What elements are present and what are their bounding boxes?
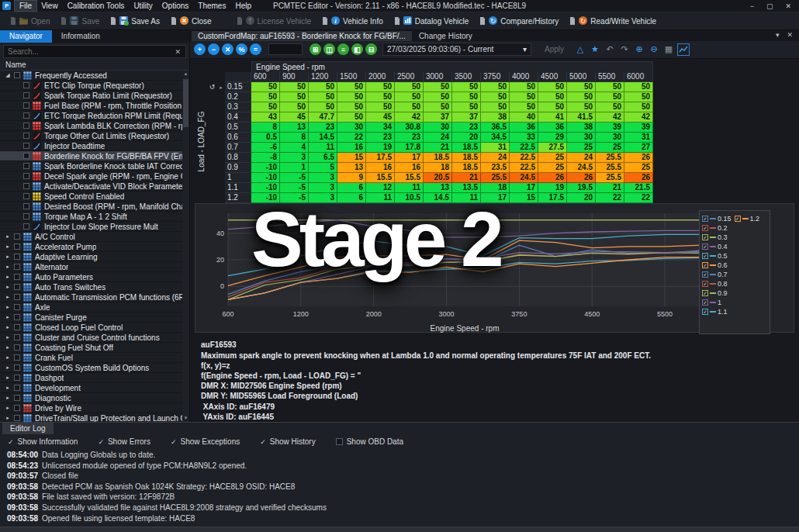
tree-item-checkbox[interactable] xyxy=(23,193,29,199)
map-cell[interactable]: 45 xyxy=(366,112,395,123)
map-cell[interactable]: 50 xyxy=(309,82,337,92)
map-cell[interactable]: 12 xyxy=(366,183,395,193)
map-cell[interactable]: 50 xyxy=(510,92,538,102)
map-cell[interactable]: 11 xyxy=(395,183,424,193)
map-cell[interactable]: 25 xyxy=(538,163,567,173)
tree-item-checkbox[interactable] xyxy=(14,405,20,411)
tree-item-axle[interactable]: ▸Axle xyxy=(0,302,182,313)
filter-show-errors[interactable]: ✓Show Errors xyxy=(98,437,150,446)
map-cell[interactable]: 36 xyxy=(510,123,538,133)
map-cell[interactable]: 50 xyxy=(395,102,424,112)
map-cell[interactable]: 23 xyxy=(309,123,337,133)
tree-item-coasting-fuel-shut-off[interactable]: ▸Coasting Fuel Shut Off xyxy=(0,343,182,353)
filter-show-obd-data[interactable]: Show OBD Data xyxy=(336,437,403,446)
map-cell[interactable]: 31 xyxy=(624,133,653,143)
collapse-arrow-icon[interactable]: ▸ xyxy=(5,304,11,310)
map-cell[interactable]: 3 xyxy=(280,153,309,163)
scroll-down-icon[interactable]: ▼ xyxy=(182,415,189,422)
map-cell[interactable]: 50 xyxy=(366,82,395,92)
tree-item-speed-control-enabled[interactable]: Speed Control Enabled xyxy=(0,192,182,202)
scrollbar-thumb[interactable] xyxy=(183,79,189,127)
map-cell[interactable]: 39 xyxy=(596,123,624,133)
minimize-button[interactable]: − xyxy=(750,2,754,10)
map-cell[interactable]: 50 xyxy=(452,102,481,112)
tree-item-spark-lambda-blk-correction-rpm-rpm-lambda-s[interactable]: Spark Lambda BLK Correction (RPM - rpm, … xyxy=(0,121,182,131)
tree-item-checkbox[interactable] xyxy=(23,213,29,219)
chart-toggle-button[interactable] xyxy=(677,43,690,56)
map-cell[interactable]: 10.5 xyxy=(395,193,424,203)
map-cell[interactable]: 22 xyxy=(624,193,653,203)
tree-item-checkbox[interactable] xyxy=(14,354,20,361)
map-cell[interactable]: 50 xyxy=(251,102,280,112)
map-cell[interactable]: 24.5 xyxy=(567,163,596,173)
tree-item-frequently-accessed[interactable]: ◢Frequently Accessed xyxy=(0,71,182,81)
map-cell[interactable]: 50 xyxy=(567,92,596,102)
map-cell[interactable]: 21 xyxy=(596,183,624,193)
map-cell[interactable]: 50 xyxy=(567,82,596,92)
map-cell[interactable]: 42 xyxy=(395,112,424,123)
map-cell[interactable]: 50 xyxy=(624,82,653,92)
map-cell[interactable]: 50 xyxy=(337,112,366,123)
collapse-arrow-icon[interactable]: ▸ xyxy=(5,294,11,300)
close-document-icon[interactable]: ✕ xyxy=(787,31,793,39)
map-cell[interactable]: 1 xyxy=(280,163,309,173)
map-cell[interactable]: 50 xyxy=(366,102,395,112)
tree-item-drive-by-wire[interactable]: ▸Drive by Wire xyxy=(0,403,182,413)
map-cell[interactable]: 22 xyxy=(337,133,366,143)
tree-item-checkbox[interactable] xyxy=(14,264,20,270)
tree-item-checkbox[interactable] xyxy=(14,284,20,290)
map-cell[interactable]: 26 xyxy=(567,173,596,183)
map-cell[interactable]: 50 xyxy=(596,102,624,112)
tree-item-injector-low-slope-pressure-mult[interactable]: Injector Low Slope Pressure Mult xyxy=(0,222,182,232)
tree-item-checkbox[interactable] xyxy=(23,92,29,98)
map-cell[interactable]: 15 xyxy=(337,153,366,163)
map-cell[interactable]: 8 xyxy=(280,133,309,143)
editor-log-tab[interactable]: Editor Log xyxy=(2,423,54,434)
map-cell[interactable]: 31 xyxy=(481,143,510,153)
tree-item-torque-map-a-1-2-shift[interactable]: Torque Map A - 1 2 Shift xyxy=(0,212,182,222)
undo-cell-icon[interactable]: ↺ xyxy=(207,82,217,92)
map-cell[interactable]: 30 xyxy=(424,123,452,133)
map-cell[interactable]: 22 xyxy=(596,193,624,203)
map-cell[interactable]: 50 xyxy=(424,82,452,92)
map-cell[interactable]: 23 xyxy=(395,133,424,143)
map-cell[interactable]: 39 xyxy=(624,123,653,133)
redo-button[interactable]: ↷ xyxy=(618,43,631,56)
collapse-arrow-icon[interactable]: ▸ xyxy=(5,244,11,250)
map-cell[interactable]: 23 xyxy=(452,123,481,133)
map-cell[interactable]: 50 xyxy=(337,92,366,102)
map-cell[interactable]: 42 xyxy=(624,112,653,123)
map-cell[interactable]: 50 xyxy=(538,92,567,102)
map-cell[interactable]: 5 xyxy=(309,163,337,173)
tree-item-checkbox[interactable] xyxy=(23,102,29,109)
legend-checkbox[interactable]: ✓ xyxy=(735,216,741,222)
tree-item-spark-borderline-knock-table-iat-correction-mult-rp[interactable]: Spark Borderline Knock table IAT Correct… xyxy=(0,161,182,171)
tree-item-etc-torque-reduction-rpm-limit-requestor[interactable]: ETC Torque Reduction RPM Limit (Requesto… xyxy=(0,111,182,121)
collapse-arrow-icon[interactable]: ▸ xyxy=(5,314,11,320)
tree-item-checkbox[interactable] xyxy=(14,395,20,401)
tree-item-fuel-base-rpm-rpm-throttle-position-relative-ad[interactable]: Fuel Base (RPM - rpm, Throttle Position … xyxy=(0,101,182,111)
map-cell[interactable]: 4 xyxy=(280,143,309,153)
map-cell[interactable]: 38 xyxy=(481,112,510,123)
tree-item-checkbox[interactable] xyxy=(14,415,20,421)
map-cell[interactable]: 30 xyxy=(337,123,366,133)
tree-item-drivetrain-stall-up-protection-and-launch-control[interactable]: ▸DriveTrain/Stall up Protection and Laun… xyxy=(0,413,182,422)
map-cell[interactable]: 30.8 xyxy=(395,123,424,133)
tree-item-adaptive-learning[interactable]: ▸Adaptive Learning xyxy=(0,252,182,262)
zoom-out-button[interactable]: ⊖ xyxy=(648,43,660,56)
map-cell[interactable]: 16 xyxy=(337,143,366,153)
close-button[interactable]: ✕ xyxy=(785,2,791,10)
tree-item-borderline-knock-for-fg-bf-ba-fpv-engine-speed-rp[interactable]: Borderline Knock for FG/BF/BA FPV (Engin… xyxy=(0,151,182,161)
tree-item-checkbox[interactable] xyxy=(14,244,20,250)
legend-checkbox[interactable]: ✓ xyxy=(702,290,708,296)
map-cell[interactable]: 3 xyxy=(309,193,337,203)
map-cell[interactable]: 50 xyxy=(481,92,510,102)
history-dropdown[interactable]: 27/03/2025 09:03:06) - Current▾ xyxy=(382,43,531,56)
tree-item-torque-other-cut-limits-requestor[interactable]: Torque Other Cut Limits (Requestor) xyxy=(0,131,182,141)
map-cell[interactable]: 18 xyxy=(481,183,510,193)
tree-item-checkbox[interactable] xyxy=(23,143,29,149)
tree-scrollbar[interactable]: ▲ ▼ xyxy=(182,71,189,422)
map-cell[interactable]: 40 xyxy=(510,112,538,123)
map-cell[interactable]: 17 xyxy=(510,183,538,193)
map-cell[interactable]: 15 xyxy=(510,193,538,203)
